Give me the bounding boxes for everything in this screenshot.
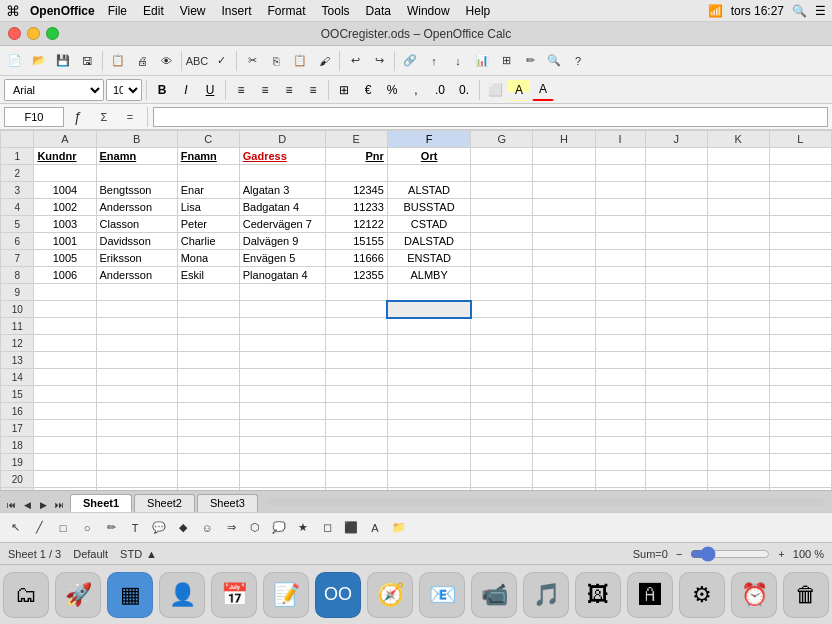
cell-K14[interactable] (707, 369, 769, 386)
row-header-11[interactable]: 11 (1, 318, 34, 335)
cell-C19[interactable] (177, 454, 239, 471)
cell-L18[interactable] (769, 437, 831, 454)
cell-E5[interactable]: 12122 (325, 216, 387, 233)
dock-calendar[interactable]: 📅 (211, 572, 257, 618)
cell-K20[interactable] (707, 471, 769, 488)
cell-B9[interactable] (96, 284, 177, 301)
spellcheck2-button[interactable]: ✓ (210, 50, 232, 72)
cell-E13[interactable] (325, 352, 387, 369)
cell-F1[interactable]: Ort (387, 148, 471, 165)
cell-B12[interactable] (96, 335, 177, 352)
stars-tool[interactable]: ★ (292, 517, 314, 539)
menu-edit[interactable]: Edit (136, 2, 171, 20)
dock-mission-control[interactable]: ▦ (107, 572, 153, 618)
cell-C4[interactable]: Lisa (177, 199, 239, 216)
cell-E4[interactable]: 11233 (325, 199, 387, 216)
cell-E6[interactable]: 15155 (325, 233, 387, 250)
cell-J2[interactable] (645, 165, 707, 182)
cell-B15[interactable] (96, 386, 177, 403)
menu-window[interactable]: Window (400, 2, 457, 20)
cell-J6[interactable] (645, 233, 707, 250)
cell-D11[interactable] (239, 318, 325, 335)
cell-F11[interactable] (387, 318, 471, 335)
insert-mode-icon[interactable]: ▲ (146, 548, 157, 560)
cell-G5[interactable] (471, 216, 533, 233)
cell-H16[interactable] (533, 403, 595, 420)
row-header-20[interactable]: 20 (1, 471, 34, 488)
sum-button[interactable]: Σ (92, 107, 116, 127)
font-name-combo[interactable]: Arial (4, 79, 104, 101)
cell-A20[interactable] (34, 471, 96, 488)
cell-E1[interactable]: Pnr (325, 148, 387, 165)
cell-K2[interactable] (707, 165, 769, 182)
cell-C9[interactable] (177, 284, 239, 301)
col-header-D[interactable]: D (239, 131, 325, 148)
cell-I6[interactable] (595, 233, 645, 250)
cell-G3[interactable] (471, 182, 533, 199)
paste-button[interactable]: 📋 (289, 50, 311, 72)
cell-C15[interactable] (177, 386, 239, 403)
cell-K16[interactable] (707, 403, 769, 420)
align-left-button[interactable]: ≡ (230, 79, 252, 101)
cell-D14[interactable] (239, 369, 325, 386)
cell-A3[interactable]: 1004 (34, 182, 96, 199)
cell-H2[interactable] (533, 165, 595, 182)
line-tool[interactable]: ╱ (28, 517, 50, 539)
cell-D7[interactable]: Envägen 5 (239, 250, 325, 267)
cell-F7[interactable]: ENSTAD (387, 250, 471, 267)
cell-K3[interactable] (707, 182, 769, 199)
col-header-L[interactable]: L (769, 131, 831, 148)
print-button[interactable]: 🖨 (131, 50, 153, 72)
row-header-6[interactable]: 6 (1, 233, 34, 250)
justify-button[interactable]: ≡ (302, 79, 324, 101)
cell-A6[interactable]: 1001 (34, 233, 96, 250)
merge-button[interactable]: ⊞ (333, 79, 355, 101)
basic-shapes-tool[interactable]: ◆ (172, 517, 194, 539)
cell-H3[interactable] (533, 182, 595, 199)
cell-A9[interactable] (34, 284, 96, 301)
row-header-9[interactable]: 9 (1, 284, 34, 301)
cell-H5[interactable] (533, 216, 595, 233)
cell-K18[interactable] (707, 437, 769, 454)
cell-F6[interactable]: DALSTAD (387, 233, 471, 250)
cell-I16[interactable] (595, 403, 645, 420)
cell-H12[interactable] (533, 335, 595, 352)
cell-E2[interactable] (325, 165, 387, 182)
help-button[interactable]: ? (567, 50, 589, 72)
cell-F9[interactable] (387, 284, 471, 301)
close-button[interactable] (8, 27, 21, 40)
cell-reference-input[interactable]: F10 (4, 107, 64, 127)
cell-J8[interactable] (645, 267, 707, 284)
format-paint-button[interactable]: 🖌 (313, 50, 335, 72)
menu-view[interactable]: View (173, 2, 213, 20)
cell-L6[interactable] (769, 233, 831, 250)
col-header-A[interactable]: A (34, 131, 96, 148)
new-button[interactable]: 📄 (4, 50, 26, 72)
row-header-3[interactable]: 3 (1, 182, 34, 199)
ellipse-tool[interactable]: ○ (76, 517, 98, 539)
shadow-tool[interactable]: ◻ (316, 517, 338, 539)
cell-I4[interactable] (595, 199, 645, 216)
cell-C17[interactable] (177, 420, 239, 437)
cell-B2[interactable] (96, 165, 177, 182)
cell-B19[interactable] (96, 454, 177, 471)
cell-G11[interactable] (471, 318, 533, 335)
cell-I2[interactable] (595, 165, 645, 182)
italic-button[interactable]: I (175, 79, 197, 101)
copy-button[interactable]: ⎘ (265, 50, 287, 72)
cell-H1[interactable] (533, 148, 595, 165)
cell-B7[interactable]: Eriksson (96, 250, 177, 267)
row-header-21[interactable]: 21 (1, 488, 34, 491)
cell-A12[interactable] (34, 335, 96, 352)
cell-J15[interactable] (645, 386, 707, 403)
cell-H20[interactable] (533, 471, 595, 488)
cell-G17[interactable] (471, 420, 533, 437)
cell-D15[interactable] (239, 386, 325, 403)
saveas-button[interactable]: 🖫 (76, 50, 98, 72)
cell-G1[interactable] (471, 148, 533, 165)
cell-K4[interactable] (707, 199, 769, 216)
cell-A1[interactable]: Kundnr (34, 148, 96, 165)
cell-B4[interactable]: Andersson (96, 199, 177, 216)
dock-facetime[interactable]: 📹 (471, 572, 517, 618)
row-header-8[interactable]: 8 (1, 267, 34, 284)
